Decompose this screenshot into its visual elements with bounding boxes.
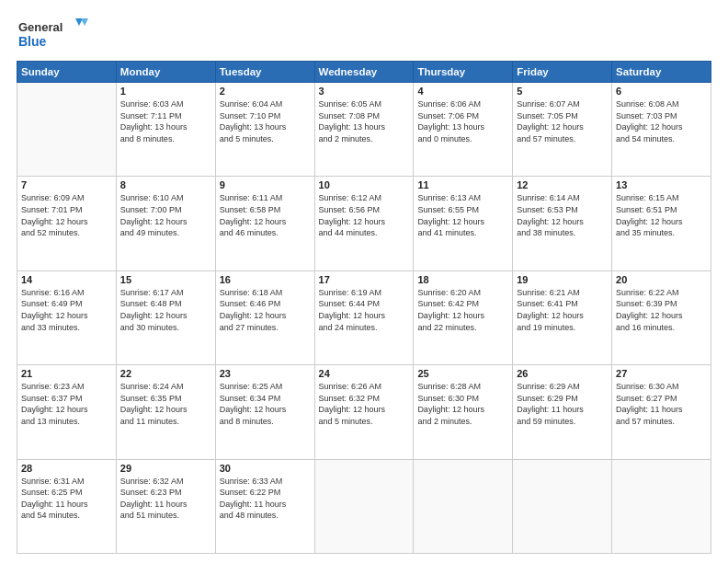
calendar-table: SundayMondayTuesdayWednesdayThursdayFrid…: [17, 61, 711, 554]
calendar-cell: 20Sunrise: 6:22 AMSunset: 6:39 PMDayligh…: [612, 270, 711, 364]
day-info: Sunrise: 6:17 AMSunset: 6:48 PMDaylight:…: [120, 287, 211, 333]
calendar-cell: 5Sunrise: 6:07 AMSunset: 7:05 PMDaylight…: [513, 83, 612, 177]
day-number: 20: [616, 274, 707, 285]
calendar-cell: [314, 459, 414, 553]
day-number: 23: [220, 368, 311, 379]
day-info: Sunrise: 6:04 AMSunset: 7:10 PMDaylight:…: [220, 98, 311, 144]
day-number: 10: [319, 179, 410, 190]
calendar-cell: 10Sunrise: 6:12 AMSunset: 6:56 PMDayligh…: [314, 177, 414, 270]
day-info: Sunrise: 6:08 AMSunset: 7:03 PMDaylight:…: [616, 98, 707, 144]
day-info: Sunrise: 6:06 AMSunset: 7:06 PMDaylight:…: [417, 98, 508, 144]
day-info: Sunrise: 6:31 AMSunset: 6:25 PMDaylight:…: [21, 476, 112, 522]
day-number: 24: [319, 368, 410, 379]
calendar-cell: [17, 83, 117, 177]
calendar-cell: 1Sunrise: 6:03 AMSunset: 7:11 PMDaylight…: [116, 83, 215, 177]
day-number: 28: [21, 463, 112, 474]
day-info: Sunrise: 6:03 AMSunset: 7:11 PMDaylight:…: [120, 98, 211, 144]
calendar-cell: 12Sunrise: 6:14 AMSunset: 6:53 PMDayligh…: [513, 177, 612, 270]
page-header: General Blue: [17, 17, 711, 53]
day-number: 29: [120, 463, 211, 474]
logo: General Blue: [17, 17, 90, 53]
day-number: 12: [517, 179, 608, 190]
day-info: Sunrise: 6:16 AMSunset: 6:49 PMDaylight:…: [21, 287, 112, 333]
calendar-cell: 4Sunrise: 6:06 AMSunset: 7:06 PMDaylight…: [414, 83, 513, 177]
day-info: Sunrise: 6:14 AMSunset: 6:53 PMDaylight:…: [517, 192, 608, 238]
day-info: Sunrise: 6:32 AMSunset: 6:23 PMDaylight:…: [120, 476, 211, 522]
calendar-cell: 29Sunrise: 6:32 AMSunset: 6:23 PMDayligh…: [116, 459, 215, 553]
calendar-cell: 8Sunrise: 6:10 AMSunset: 7:00 PMDaylight…: [116, 177, 215, 270]
calendar-cell: 25Sunrise: 6:28 AMSunset: 6:30 PMDayligh…: [414, 365, 513, 459]
calendar-cell: 11Sunrise: 6:13 AMSunset: 6:55 PMDayligh…: [414, 177, 513, 270]
day-info: Sunrise: 6:29 AMSunset: 6:29 PMDaylight:…: [517, 381, 608, 427]
day-info: Sunrise: 6:13 AMSunset: 6:55 PMDaylight:…: [417, 192, 508, 238]
day-number: 4: [417, 86, 508, 97]
day-number: 19: [517, 274, 608, 285]
calendar-cell: [414, 459, 513, 553]
week-row-4: 21Sunrise: 6:23 AMSunset: 6:37 PMDayligh…: [17, 365, 711, 459]
day-number: 9: [220, 179, 311, 190]
svg-marker-3: [81, 18, 88, 26]
week-row-3: 14Sunrise: 6:16 AMSunset: 6:49 PMDayligh…: [17, 270, 711, 364]
calendar-cell: 28Sunrise: 6:31 AMSunset: 6:25 PMDayligh…: [17, 459, 117, 553]
day-info: Sunrise: 6:07 AMSunset: 7:05 PMDaylight:…: [517, 98, 608, 144]
svg-text:General: General: [18, 20, 63, 34]
day-number: 13: [616, 179, 707, 190]
calendar-cell: 24Sunrise: 6:26 AMSunset: 6:32 PMDayligh…: [314, 365, 414, 459]
day-info: Sunrise: 6:28 AMSunset: 6:30 PMDaylight:…: [417, 381, 508, 427]
day-info: Sunrise: 6:18 AMSunset: 6:46 PMDaylight:…: [220, 287, 311, 333]
calendar-cell: 3Sunrise: 6:05 AMSunset: 7:08 PMDaylight…: [314, 83, 414, 177]
calendar-cell: 22Sunrise: 6:24 AMSunset: 6:35 PMDayligh…: [116, 365, 215, 459]
calendar-cell: 9Sunrise: 6:11 AMSunset: 6:58 PMDaylight…: [215, 177, 314, 270]
day-number: 26: [517, 368, 608, 379]
calendar-cell: 16Sunrise: 6:18 AMSunset: 6:46 PMDayligh…: [215, 270, 314, 364]
day-info: Sunrise: 6:24 AMSunset: 6:35 PMDaylight:…: [120, 381, 211, 427]
calendar-cell: 18Sunrise: 6:20 AMSunset: 6:42 PMDayligh…: [414, 270, 513, 364]
week-row-5: 28Sunrise: 6:31 AMSunset: 6:25 PMDayligh…: [17, 459, 711, 553]
calendar-cell: 19Sunrise: 6:21 AMSunset: 6:41 PMDayligh…: [513, 270, 612, 364]
col-header-tuesday: Tuesday: [215, 62, 314, 83]
day-number: 15: [120, 274, 211, 285]
day-number: 21: [21, 368, 112, 379]
calendar-cell: 7Sunrise: 6:09 AMSunset: 7:01 PMDaylight…: [17, 177, 117, 270]
calendar-cell: [612, 459, 711, 553]
day-number: 14: [21, 274, 112, 285]
calendar-cell: 17Sunrise: 6:19 AMSunset: 6:44 PMDayligh…: [314, 270, 414, 364]
day-number: 18: [417, 274, 508, 285]
logo-svg: General Blue: [17, 17, 90, 53]
day-info: Sunrise: 6:22 AMSunset: 6:39 PMDaylight:…: [616, 287, 707, 333]
day-info: Sunrise: 6:12 AMSunset: 6:56 PMDaylight:…: [319, 192, 410, 238]
calendar-cell: 27Sunrise: 6:30 AMSunset: 6:27 PMDayligh…: [612, 365, 711, 459]
svg-text:Blue: Blue: [18, 34, 47, 49]
col-header-sunday: Sunday: [17, 62, 117, 83]
day-number: 2: [220, 86, 311, 97]
calendar-cell: 15Sunrise: 6:17 AMSunset: 6:48 PMDayligh…: [116, 270, 215, 364]
calendar-cell: 30Sunrise: 6:33 AMSunset: 6:22 PMDayligh…: [215, 459, 314, 553]
day-number: 27: [616, 368, 707, 379]
day-number: 25: [417, 368, 508, 379]
day-info: Sunrise: 6:20 AMSunset: 6:42 PMDaylight:…: [417, 287, 508, 333]
day-number: 16: [220, 274, 311, 285]
day-info: Sunrise: 6:09 AMSunset: 7:01 PMDaylight:…: [21, 192, 112, 238]
day-info: Sunrise: 6:19 AMSunset: 6:44 PMDaylight:…: [319, 287, 410, 333]
day-info: Sunrise: 6:15 AMSunset: 6:51 PMDaylight:…: [616, 192, 707, 238]
week-row-1: 1Sunrise: 6:03 AMSunset: 7:11 PMDaylight…: [17, 83, 711, 177]
day-number: 11: [417, 179, 508, 190]
day-info: Sunrise: 6:23 AMSunset: 6:37 PMDaylight:…: [21, 381, 112, 427]
calendar-header-row: SundayMondayTuesdayWednesdayThursdayFrid…: [17, 62, 711, 83]
day-info: Sunrise: 6:11 AMSunset: 6:58 PMDaylight:…: [220, 192, 311, 238]
day-info: Sunrise: 6:26 AMSunset: 6:32 PMDaylight:…: [319, 381, 410, 427]
col-header-wednesday: Wednesday: [314, 62, 414, 83]
day-number: 8: [120, 179, 211, 190]
col-header-friday: Friday: [513, 62, 612, 83]
day-number: 1: [120, 86, 211, 97]
day-number: 30: [220, 463, 311, 474]
calendar-cell: 2Sunrise: 6:04 AMSunset: 7:10 PMDaylight…: [215, 83, 314, 177]
day-info: Sunrise: 6:10 AMSunset: 7:00 PMDaylight:…: [120, 192, 211, 238]
calendar-cell: 6Sunrise: 6:08 AMSunset: 7:03 PMDaylight…: [612, 83, 711, 177]
calendar-cell: 26Sunrise: 6:29 AMSunset: 6:29 PMDayligh…: [513, 365, 612, 459]
day-number: 5: [517, 86, 608, 97]
day-info: Sunrise: 6:21 AMSunset: 6:41 PMDaylight:…: [517, 287, 608, 333]
day-number: 7: [21, 179, 112, 190]
col-header-monday: Monday: [116, 62, 215, 83]
col-header-saturday: Saturday: [612, 62, 711, 83]
